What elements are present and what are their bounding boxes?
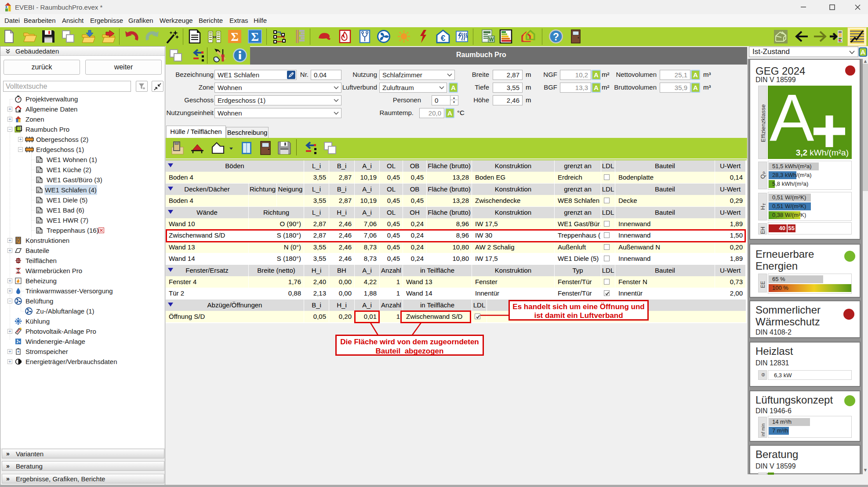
svg-text:Q: Q (759, 174, 766, 179)
svg-text:€: € (441, 33, 446, 43)
svg-text:T: T (762, 203, 766, 206)
svg-text:Σ: Σ (231, 30, 239, 43)
svg-text:EE: EE (760, 281, 766, 288)
svg-text:inf min: inf min (761, 424, 766, 436)
svg-text:P: P (762, 171, 766, 174)
svg-text:EH: EH (760, 227, 766, 234)
svg-text:H: H (759, 206, 766, 210)
svg-text:W: W (489, 36, 494, 43)
svg-text:Σ: Σ (251, 30, 259, 43)
svg-text:?: ? (553, 31, 559, 43)
